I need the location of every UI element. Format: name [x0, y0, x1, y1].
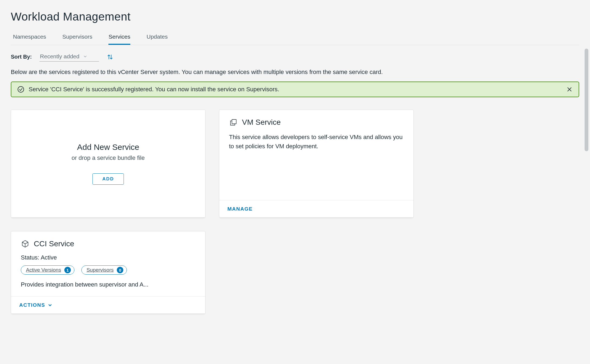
- pill-supervisors[interactable]: Supervisors 0: [81, 265, 127, 275]
- sort-select[interactable]: Recently added: [39, 52, 99, 62]
- actions-button[interactable]: ACTIONS: [19, 302, 53, 308]
- tab-bar: Namespaces Supervisors Services Updates: [11, 31, 579, 45]
- vm-service-title: VM Service: [242, 118, 281, 127]
- sort-direction-icon[interactable]: [107, 53, 114, 60]
- tab-services[interactable]: Services: [108, 31, 130, 45]
- pill-active-versions-label: Active Versions: [26, 267, 61, 273]
- add-service-subtitle: or drop a service bundle file: [72, 154, 145, 161]
- sort-by-label: Sort By:: [11, 54, 32, 60]
- chevron-down-icon: [83, 54, 88, 59]
- cci-status: Status: Active: [21, 254, 195, 261]
- check-circle-icon: [17, 86, 24, 93]
- vm-icon: [229, 118, 238, 127]
- vm-service-description: This service allows developers to self-s…: [229, 133, 404, 151]
- sort-row: Sort By: Recently added: [11, 52, 579, 62]
- tab-updates[interactable]: Updates: [147, 31, 168, 45]
- cube-icon: [21, 240, 29, 248]
- tab-supervisors[interactable]: Supervisors: [62, 31, 92, 45]
- page-description: Below are the services registered to thi…: [11, 69, 579, 76]
- chevron-down-icon: [47, 302, 53, 308]
- pill-supervisors-count: 0: [117, 267, 123, 273]
- page-title: Workload Management: [11, 10, 579, 23]
- scrollbar[interactable]: [585, 49, 588, 151]
- cci-service-card: CCI Service Status: Active Active Versio…: [11, 231, 205, 314]
- cci-service-title: CCI Service: [34, 240, 74, 248]
- manage-button[interactable]: MANAGE: [227, 206, 253, 212]
- success-banner: Service 'CCI Service' is successfully re…: [11, 82, 579, 97]
- vm-service-card: VM Service This service allows developer…: [219, 110, 414, 218]
- add-service-title: Add New Service: [77, 143, 139, 152]
- banner-message: Service 'CCI Service' is successfully re…: [29, 86, 562, 93]
- add-service-card[interactable]: Add New Service or drop a service bundle…: [11, 110, 205, 218]
- svg-point-2: [18, 86, 24, 92]
- close-icon[interactable]: [566, 86, 573, 93]
- pill-active-versions[interactable]: Active Versions 1: [21, 265, 74, 275]
- add-button[interactable]: ADD: [92, 173, 124, 185]
- cci-service-description: Provides integration between supervisor …: [21, 281, 195, 288]
- service-cards: Add New Service or drop a service bundle…: [11, 110, 579, 314]
- pill-active-versions-count: 1: [64, 267, 71, 273]
- svg-rect-5: [232, 119, 236, 124]
- actions-button-label: ACTIONS: [19, 302, 45, 308]
- tab-namespaces[interactable]: Namespaces: [13, 31, 46, 45]
- sort-select-value: Recently added: [40, 53, 79, 60]
- pill-supervisors-label: Supervisors: [87, 267, 114, 273]
